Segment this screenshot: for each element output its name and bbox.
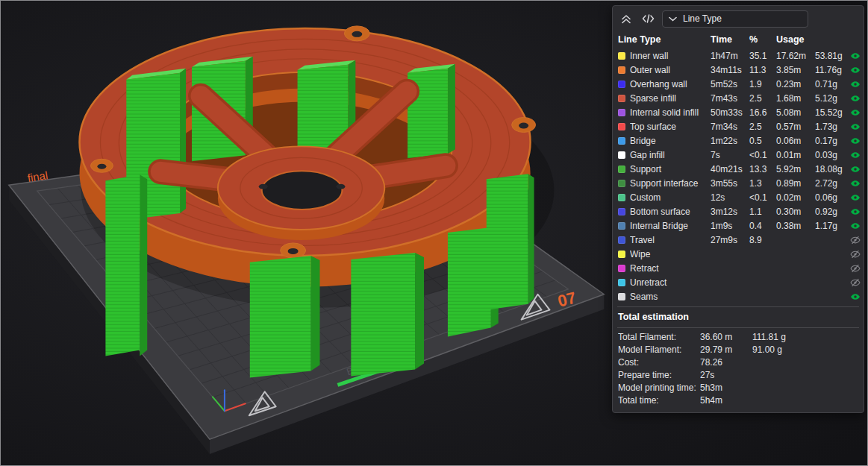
visibility-toggle[interactable] (850, 277, 864, 288)
line-type-usage-g: 0.03g (815, 150, 850, 160)
slicer-preview-window: final BAMBU LAB 07 (0, 0, 868, 466)
line-type-color-swatch (618, 180, 625, 187)
line-type-usage-m: 0.30m (776, 207, 815, 217)
visibility-toggle[interactable] (850, 235, 864, 245)
line-type-time: 7s (711, 150, 749, 160)
total-label: Total time: (618, 395, 700, 406)
visibility-toggle[interactable] (850, 164, 864, 174)
line-type-row: Top surface 7m34s 2.5 0.57m 1.73g (613, 119, 864, 133)
visibility-toggle[interactable] (850, 51, 864, 61)
view-type-dropdown[interactable]: Line Type (662, 10, 808, 28)
line-type-row: Gap infill 7s <0.1 0.01m 0.03g (613, 148, 864, 162)
total-label: Total Filament: (618, 332, 700, 342)
line-type-row: Unretract (613, 275, 864, 289)
total-label: Model printing time: (618, 382, 700, 393)
line-type-row: Overhang wall 5m52s 1.9 0.23m 0.71g (613, 77, 864, 91)
visibility-toggle[interactable] (850, 93, 864, 104)
line-type-usage-g: 53.81g (815, 51, 850, 61)
line-type-label: Internal solid infill (630, 107, 711, 118)
line-type-time: 7m34s (711, 122, 749, 132)
divider (617, 327, 859, 328)
line-type-time: 34m11s (711, 65, 749, 75)
visibility-toggle[interactable] (850, 65, 864, 75)
line-type-color-swatch (618, 123, 625, 130)
line-type-usage-m: 0.06m (776, 136, 815, 146)
visibility-toggle[interactable] (850, 192, 864, 203)
line-type-usage-g: 0.17g (815, 136, 850, 146)
line-type-usage-g: 2.72g (815, 178, 850, 189)
eye-visible-icon (850, 221, 861, 231)
total-value-m: 29.79 m (700, 344, 752, 355)
total-row: Total time: 5h4m (613, 394, 864, 406)
line-type-usage-m: 0.01m (776, 150, 815, 160)
eye-hidden-icon (850, 249, 861, 259)
eye-visible-icon (850, 51, 861, 61)
line-type-label: Bridge (630, 136, 711, 146)
eye-visible-icon (850, 107, 861, 118)
line-type-percent: 2.5 (749, 122, 776, 132)
line-type-color-swatch (618, 208, 625, 215)
column-header-line-type: Line Type (618, 34, 711, 45)
line-type-row: Wipe (613, 247, 864, 261)
line-type-usage-g: 5.12g (815, 93, 850, 104)
visibility-toggle[interactable] (850, 221, 864, 231)
eye-visible-icon (850, 292, 861, 302)
total-label: Prepare time: (618, 370, 700, 380)
total-label: Cost: (618, 357, 700, 368)
line-type-usage-m: 0.89m (776, 178, 815, 189)
eye-visible-icon (850, 192, 861, 203)
eye-hidden-icon (850, 263, 861, 274)
line-type-usage-m: 5.92m (776, 164, 815, 174)
line-type-color-swatch (618, 151, 625, 159)
visibility-toggle[interactable] (850, 263, 864, 274)
gcode-viewer-icon[interactable] (640, 12, 655, 25)
collapse-panel-icon[interactable] (619, 12, 634, 25)
line-type-usage-m: 0.02m (776, 192, 815, 203)
total-label: Model Filament: (618, 344, 700, 355)
line-type-usage-m: 0.38m (776, 221, 815, 231)
line-type-color-swatch (618, 81, 625, 88)
line-type-time: 27m9s (711, 235, 749, 245)
line-type-label: Retract (630, 263, 711, 274)
column-header-usage: Usage (776, 34, 864, 45)
line-type-row: Travel 27m9s 8.9 (613, 233, 864, 247)
line-type-usage-g: 0.71g (815, 79, 850, 89)
total-row: Model Filament: 29.79 m 91.00 g (613, 343, 864, 356)
line-type-usage-m: 0.23m (776, 79, 815, 89)
visibility-toggle[interactable] (850, 178, 864, 189)
eye-visible-icon (850, 79, 861, 89)
line-type-label: Wipe (630, 249, 711, 259)
total-row: Total Filament: 36.60 m 111.81 g (613, 330, 864, 343)
line-type-usage-m: 0.57m (776, 122, 815, 132)
line-type-usage-m: 5.08m (776, 107, 815, 118)
line-type-percent: 1.1 (749, 207, 776, 217)
total-value-m: 36.60 m (700, 332, 752, 342)
total-value-g: 91.00 g (752, 344, 864, 355)
line-type-percent: 35.1 (749, 51, 776, 61)
visibility-toggle[interactable] (850, 292, 864, 302)
visibility-toggle[interactable] (850, 122, 864, 132)
line-type-usage-g: 11.76g (815, 65, 850, 75)
visibility-toggle[interactable] (850, 79, 864, 89)
visibility-toggle[interactable] (850, 107, 864, 118)
line-type-row: Bridge 1m22s 0.5 0.06m 0.17g (613, 133, 864, 148)
line-type-row: Bottom surface 3m12s 1.1 0.30m 0.92g (613, 204, 864, 218)
line-type-color-swatch (618, 109, 625, 116)
line-type-color-swatch (618, 265, 625, 272)
line-type-color-swatch (618, 236, 625, 244)
total-value-m: 5h3m (700, 382, 752, 393)
visibility-toggle[interactable] (850, 207, 864, 217)
line-type-percent: 1.3 (749, 178, 776, 189)
line-type-row: Custom 12s <0.1 0.02m 0.06g (613, 190, 864, 204)
line-type-row: Support 40m21s 13.3 5.92m 18.08g (613, 162, 864, 176)
line-type-color-swatch (618, 95, 625, 102)
line-type-label: Overhang wall (630, 79, 711, 89)
visibility-toggle[interactable] (850, 136, 864, 146)
line-type-row: Retract (613, 261, 864, 275)
visibility-toggle[interactable] (850, 249, 864, 259)
line-type-percent: <0.1 (749, 192, 776, 203)
line-type-color-swatch (618, 52, 625, 60)
total-row: Model printing time: 5h3m (613, 381, 864, 394)
eye-visible-icon (850, 207, 861, 217)
visibility-toggle[interactable] (850, 150, 864, 160)
